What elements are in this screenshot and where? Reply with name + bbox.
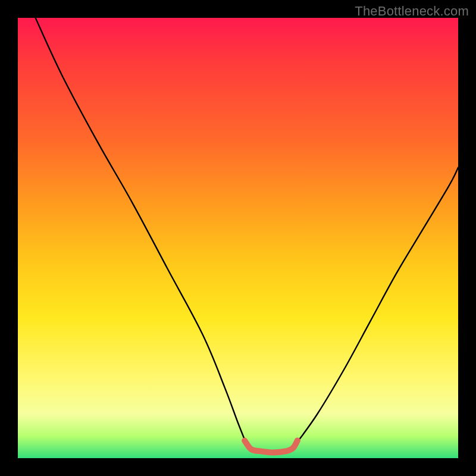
valley-highlight bbox=[245, 440, 298, 452]
watermark-text: TheBottleneck.com bbox=[355, 4, 469, 19]
chart-overlay bbox=[18, 18, 458, 458]
chart-frame: TheBottleneck.com bbox=[0, 0, 476, 476]
bottleneck-curve bbox=[36, 18, 458, 453]
